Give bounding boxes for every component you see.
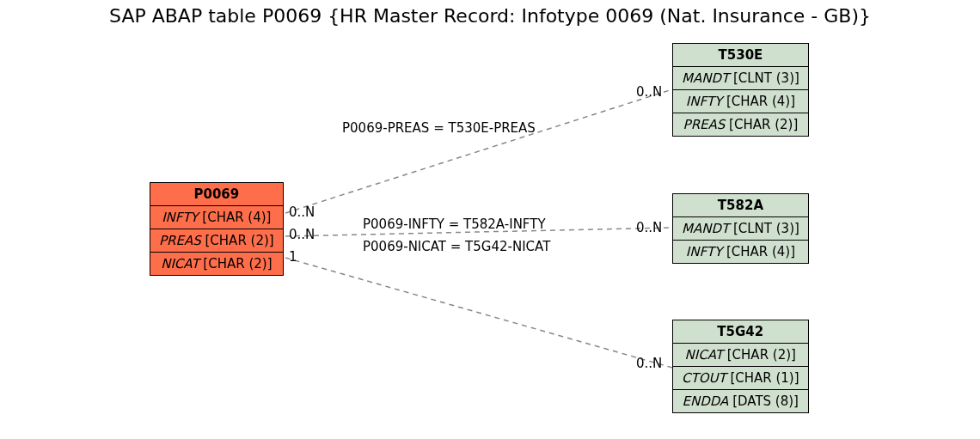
entity-p0069-field: INFTY [CHAR (4)]: [150, 206, 284, 229]
entity-t530e: T530E MANDT [CLNT (3)] INFTY [CHAR (4)] …: [672, 43, 809, 137]
diagram-canvas: SAP ABAP table P0069 {HR Master Record: …: [0, 0, 980, 439]
svg-line-2: [285, 258, 672, 368]
entity-t5g42-field: CTOUT [CHAR (1)]: [673, 367, 809, 390]
entity-t582a-header: T582A: [673, 194, 809, 217]
card-right-r1: 0..N: [636, 84, 662, 100]
svg-line-0: [285, 89, 672, 213]
entity-p0069-field: NICAT [CHAR (2)]: [150, 253, 284, 276]
entity-t530e-field: INFTY [CHAR (4)]: [673, 90, 809, 113]
entity-t582a-field: INFTY [CHAR (4)]: [673, 241, 809, 264]
card-left-r2: 0..N: [289, 227, 315, 242]
entity-t530e-field: MANDT [CLNT (3)]: [673, 67, 809, 90]
entity-t582a: T582A MANDT [CLNT (3)] INFTY [CHAR (4)]: [672, 193, 809, 264]
card-left-r1: 0..N: [289, 204, 315, 220]
relation-label-r2: P0069-INFTY = T582A-INFTY: [363, 216, 546, 232]
relation-label-r3: P0069-NICAT = T5G42-NICAT: [363, 239, 550, 254]
entity-t530e-header: T530E: [673, 44, 809, 67]
entity-t5g42: T5G42 NICAT [CHAR (2)] CTOUT [CHAR (1)] …: [672, 320, 809, 413]
entity-t5g42-field: ENDDA [DATS (8)]: [673, 390, 809, 413]
card-left-r3: 1: [289, 249, 297, 265]
entity-p0069-header: P0069: [150, 183, 284, 206]
card-right-r3: 0..N: [636, 356, 662, 371]
entity-t5g42-field: NICAT [CHAR (2)]: [673, 344, 809, 367]
entity-t530e-field: PREAS [CHAR (2)]: [673, 113, 809, 137]
entity-p0069-field: PREAS [CHAR (2)]: [150, 229, 284, 253]
entity-p0069: P0069 INFTY [CHAR (4)] PREAS [CHAR (2)] …: [150, 182, 284, 276]
entity-t5g42-header: T5G42: [673, 320, 809, 344]
relation-label-r1: P0069-PREAS = T530E-PREAS: [342, 120, 536, 136]
entity-t582a-field: MANDT [CLNT (3)]: [673, 217, 809, 241]
card-right-r2: 0..N: [636, 220, 662, 235]
diagram-title: SAP ABAP table P0069 {HR Master Record: …: [0, 5, 980, 27]
